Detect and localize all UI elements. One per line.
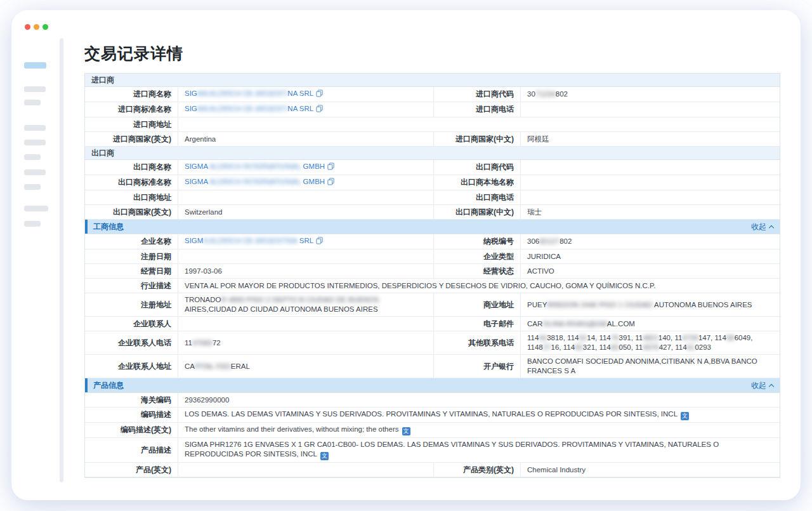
value-text: CA	[185, 362, 195, 370]
field-label: 编码描述	[85, 408, 178, 422]
field-value-text: 114768372	[185, 338, 427, 348]
field-label: 企业类型	[434, 249, 521, 263]
chevron-up-icon	[769, 225, 774, 230]
company-link[interactable]: SIGMA ALDRICH INTERNATIONAL GMBH	[185, 163, 325, 170]
collapse-toggle[interactable]: 收起	[751, 222, 773, 232]
field-value: 瑞士	[521, 205, 780, 219]
redacted-text: R 4890 PISO 2 DEPTO B CIUDAD DE BUENOS	[221, 296, 379, 303]
table-row: 海关编码29362990000	[85, 393, 780, 408]
sidebar-skeleton-bar	[24, 169, 46, 175]
detail-table: 进口商进口商名称SIGMA ALDRICH DE ARGENTINA SRL进口…	[84, 73, 780, 478]
section-header: 进口商	[85, 74, 780, 87]
redacted-text: 58	[726, 334, 735, 342]
value-text: SIGMA	[185, 163, 207, 170]
field-value-text: ACTIVO	[527, 267, 773, 276]
value-text: Argentina	[185, 135, 216, 143]
field-value-text: 瑞士	[527, 208, 773, 217]
field-value	[521, 160, 780, 175]
field-value-text: 1997-03-06	[185, 267, 427, 276]
value-text: PUEY	[527, 301, 547, 309]
value-text: SIG	[185, 90, 197, 97]
minimize-button[interactable]	[34, 24, 39, 30]
value-text: Chemical Industry	[527, 466, 586, 474]
field-value	[521, 102, 780, 117]
browser-window: 交易记录详情 进口商进口商名称SIGMA ALDRICH DE ARGENTIN…	[11, 10, 801, 500]
table-row: 出口商国家(英文)Switzerland出口商国家(中文)瑞士	[85, 205, 780, 220]
sidebar-skeleton-bar	[24, 125, 46, 131]
translate-icon[interactable]: 文	[681, 412, 689, 420]
value-text: GMBH	[301, 163, 325, 170]
value-text: 147, 114	[698, 334, 726, 342]
field-label: 出口商本地名称	[434, 175, 521, 190]
field-value: SIGMA ALDRICH DE ARGENTINA SRL	[178, 102, 434, 117]
field-value-text: CAPITAL FEDERAL	[185, 362, 427, 371]
field-value-text: PUEYRREDON 2446 PISO 1 CIUDAD AUTONOMA B…	[527, 300, 773, 310]
section-title: 出口商	[91, 148, 114, 159]
table-row: 企业联系人电子邮件CAROLINA.RIVAS@GMAL.COM	[85, 317, 780, 331]
copy-icon[interactable]	[316, 105, 323, 115]
close-button[interactable]	[25, 24, 30, 30]
redacted-text: 71234	[535, 90, 556, 98]
field-label: 电子邮件	[434, 317, 521, 331]
value-text: VENTA AL POR MAYOR DE PRODUCTOS INTERMED…	[185, 282, 655, 289]
value-text: SIGM	[185, 237, 203, 244]
collapse-toggle[interactable]: 收起	[751, 380, 773, 391]
field-value: 114768372	[178, 331, 434, 354]
table-row: 出口商标准名称SIGMA ALDRICH INTERNATIONAL GMBH出…	[85, 175, 780, 190]
sidebar-scrollbar[interactable]	[60, 38, 63, 482]
field-value: CAPITAL FEDERAL	[178, 355, 434, 378]
copy-icon[interactable]	[316, 90, 323, 100]
company-link[interactable]: SIGMA ALDRICH DE ARGENTINA SRL	[185, 105, 313, 112]
field-label: 注册地址	[85, 293, 178, 316]
sidebar-skeleton-bar	[24, 100, 41, 105]
field-value: 29362990000	[178, 393, 780, 407]
value-text: AUTONOMA BUENOS AIRES	[653, 301, 752, 309]
redacted-text: 83	[611, 343, 619, 351]
redacted-text: MA ALDRICH DE ARGENTI	[197, 105, 288, 112]
field-label: 编码描述(英文)	[85, 423, 178, 437]
company-link[interactable]: SIGMA ALDRICH DE ARGENTINA SRL	[185, 90, 313, 97]
sidebar-skeleton-bar	[24, 184, 41, 190]
redacted-text: OLINA.RIVAS@GM	[542, 320, 607, 328]
translate-icon[interactable]: 文	[402, 427, 410, 435]
field-label: 海关编码	[85, 393, 178, 407]
sidebar-active-item-skeleton	[24, 62, 46, 69]
table-row: 产品(英文)产品类别(英文)Chemical Industry	[85, 463, 780, 477]
value-text: CAR	[527, 320, 542, 328]
section-header: 产品信息收起	[85, 378, 780, 393]
maximize-button[interactable]	[43, 24, 48, 30]
field-value-text: JURIDICA	[527, 252, 773, 262]
field-value: The other vitamins and their derivatives…	[178, 423, 780, 437]
field-value: LOS DEMAS. LAS DEMAS VITAMINAS Y SUS DER…	[178, 408, 780, 422]
company-link[interactable]: SIGMA ALDRICH DE ARGENTINA SRL	[185, 237, 313, 244]
field-label: 产品(英文)	[85, 463, 178, 477]
value-text: SIG	[185, 105, 197, 112]
table-row: 产品描述SIGMA PHR1276 1G ENVASES X 1 GR CA01…	[85, 438, 780, 463]
redacted-text: 82127	[539, 237, 560, 245]
value-text: LOS DEMAS. LAS DEMAS VITAMINAS Y SUS DER…	[185, 410, 678, 418]
company-link[interactable]: SIGMA ALDRICH INTERNATIONAL GMBH	[185, 178, 325, 185]
redacted-text: ALDRICH INTERNATIONAL	[207, 178, 301, 185]
field-value-text: Argentina	[185, 135, 427, 144]
table-row: 注册日期企业类型JURIDICA	[85, 249, 780, 264]
table-row: 进口商国家(英文)Argentina进口商国家(中文)阿根廷	[85, 132, 780, 147]
copy-icon[interactable]	[316, 237, 323, 247]
field-label: 产品描述	[85, 438, 178, 462]
field-label: 纳税编号	[434, 234, 521, 249]
field-label: 商业地址	[434, 293, 521, 316]
field-value: 30682127802	[521, 234, 780, 249]
field-label: 企业名称	[85, 234, 178, 249]
value-text: ERAL	[231, 362, 250, 370]
copy-icon[interactable]	[327, 178, 334, 188]
field-value-text: 30682127802	[527, 237, 773, 246]
field-label: 出口商标准名称	[85, 175, 178, 190]
table-row: 进口商地址	[85, 117, 780, 132]
translate-icon[interactable]: 文	[320, 452, 329, 460]
field-label: 进口商国家(英文)	[85, 132, 178, 146]
value-text: 72	[213, 339, 221, 347]
field-value: CAROLINA.RIVAS@GMAL.COM	[521, 317, 780, 331]
field-value: TRONADOR 4890 PISO 2 DEPTO B CIUDAD DE B…	[178, 293, 434, 316]
section-header: 出口商	[85, 147, 780, 160]
copy-icon[interactable]	[327, 163, 334, 173]
field-value: 114433818, 1145214, 11476391, 114821140,…	[521, 331, 780, 354]
